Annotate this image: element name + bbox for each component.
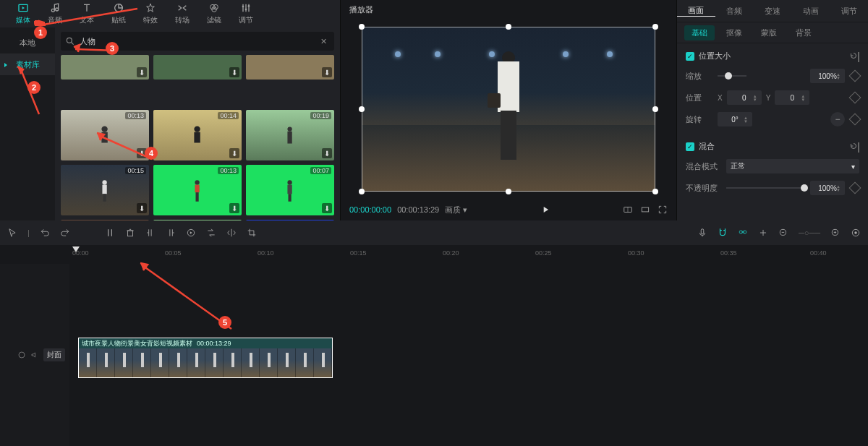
resize-handle[interactable]: [359, 106, 365, 112]
media-thumb[interactable]: ⬇: [246, 55, 334, 80]
tab-video[interactable]: 画面: [677, 5, 715, 17]
media-thumb[interactable]: 00:13⬇: [153, 165, 242, 215]
reset-icon[interactable]: [849, 142, 858, 150]
link-icon[interactable]: [738, 227, 748, 237]
media-thumb[interactable]: 00:19⬇: [246, 110, 334, 160]
pos-x-value[interactable]: 0▲▼: [727, 90, 762, 105]
person-icon: [263, 175, 316, 205]
subtab-bg[interactable]: 背景: [788, 25, 819, 40]
scale-slider[interactable]: [718, 75, 746, 77]
media-thumb[interactable]: ⬇: [61, 55, 149, 80]
reverse-icon[interactable]: [206, 228, 216, 238]
media-thumb[interactable]: 00:12⬇: [61, 220, 149, 220]
blend-mode-select[interactable]: 正常▾: [726, 159, 859, 173]
scale-value[interactable]: 100%▲▼: [810, 69, 845, 83]
keyframe-icon[interactable]: [849, 182, 861, 194]
keyframe-icon[interactable]: [858, 142, 859, 153]
splitright-icon[interactable]: [166, 228, 176, 238]
ratio-icon[interactable]: [640, 205, 650, 215]
zoom-in-icon[interactable]: [830, 228, 841, 238]
fullscreen-icon[interactable]: [658, 205, 668, 215]
subtab-mask[interactable]: 蒙版: [754, 25, 784, 40]
sidebar-local[interactable]: 本地: [0, 32, 55, 53]
redo-icon[interactable]: [60, 228, 70, 238]
opacity-value[interactable]: 100%▲▼: [810, 181, 845, 195]
media-thumb[interactable]: 00:14⬇: [153, 110, 242, 160]
download-icon[interactable]: ⬇: [229, 148, 239, 158]
zoom-out-icon[interactable]: [778, 228, 788, 238]
splitleft-icon[interactable]: [145, 228, 156, 238]
clear-search-button[interactable]: ✕: [318, 37, 330, 46]
media-thumb-selected[interactable]: 00:15⬇: [61, 165, 149, 215]
resize-handle[interactable]: [506, 24, 511, 30]
undo-icon[interactable]: [40, 228, 50, 238]
svg-point-55: [19, 352, 25, 358]
media-thumb[interactable]: 00:07⬇: [246, 165, 334, 215]
preview-toggle-icon[interactable]: [758, 228, 768, 238]
resize-handle[interactable]: [652, 24, 658, 30]
svg-rect-22: [288, 132, 292, 144]
tab-adjust-prop[interactable]: 调节: [830, 6, 868, 17]
resize-handle[interactable]: [652, 106, 658, 112]
checkbox-icon[interactable]: [686, 52, 694, 61]
opacity-slider[interactable]: [726, 187, 804, 189]
download-icon[interactable]: ⬇: [137, 203, 147, 213]
rotate-value[interactable]: 0°▲▼: [718, 112, 752, 126]
track-cover-button[interactable]: 封面: [43, 348, 65, 361]
mic-icon[interactable]: [697, 228, 707, 238]
tab-anim[interactable]: 动画: [791, 6, 830, 17]
crop-icon[interactable]: [247, 228, 257, 238]
clip-duration: 00:00:13:29: [197, 340, 231, 347]
resize-handle[interactable]: [359, 189, 365, 194]
checkbox-icon[interactable]: [686, 142, 694, 151]
delete-icon[interactable]: [125, 228, 135, 238]
keyframe-icon[interactable]: [849, 92, 861, 104]
split-icon[interactable]: [105, 228, 115, 238]
person-icon: [171, 175, 224, 205]
svg-point-12: [242, 6, 244, 8]
resize-handle[interactable]: [359, 24, 365, 30]
media-thumb[interactable]: 00:09⬇: [246, 220, 334, 220]
download-icon[interactable]: ⬇: [322, 67, 332, 77]
svg-rect-28: [196, 192, 199, 202]
media-thumb[interactable]: 00:14⬇: [153, 220, 242, 220]
resize-handle[interactable]: [652, 189, 658, 194]
quality-selector[interactable]: 画质 ▾: [445, 205, 467, 215]
download-icon[interactable]: ⬇: [137, 67, 147, 77]
total-time: 00:00:13:29: [397, 205, 439, 214]
tab-speed[interactable]: 变速: [754, 6, 792, 17]
video-clip[interactable]: 城市夜景人物街景美女背影短视频素材 00:00:13:29: [78, 338, 333, 378]
select-tool-icon[interactable]: [7, 228, 17, 238]
zoom-fit-icon[interactable]: [851, 228, 861, 238]
download-icon[interactable]: ⬇: [322, 148, 332, 158]
properties-panel: 画面 音频 变速 动画 调节 基础 抠像 蒙版 背景 位置大小 缩放: [677, 0, 868, 220]
rotate-btn[interactable]: −: [830, 112, 845, 126]
keyframe-icon[interactable]: [858, 52, 859, 62]
freeze-icon[interactable]: [186, 228, 196, 238]
svg-rect-24: [103, 185, 107, 194]
tab-adjust[interactable]: 调节: [233, 1, 259, 27]
compare-icon[interactable]: [623, 205, 633, 215]
resize-handle[interactable]: [506, 189, 511, 194]
download-icon[interactable]: ⬇: [229, 203, 239, 213]
download-icon[interactable]: ⬇: [229, 67, 239, 77]
property-subtabs: 基础 抠像 蒙版 背景: [677, 22, 868, 43]
track-header: 封面: [0, 264, 69, 446]
keyframe-icon[interactable]: [849, 70, 861, 82]
tab-transition[interactable]: 转场: [169, 1, 195, 27]
keyframe-icon[interactable]: [849, 113, 861, 126]
tab-audio-prop[interactable]: 音频: [715, 6, 754, 17]
pos-y-value[interactable]: 0▲▼: [775, 90, 809, 105]
mirror-icon[interactable]: [226, 228, 237, 238]
mute-track-icon[interactable]: [30, 351, 39, 359]
tab-filter[interactable]: 滤镜: [201, 1, 227, 27]
video-preview[interactable]: [362, 27, 655, 192]
hide-track-icon[interactable]: [17, 351, 26, 359]
subtab-basic[interactable]: 基础: [684, 25, 715, 40]
play-button[interactable]: [473, 205, 617, 215]
download-icon[interactable]: ⬇: [322, 203, 332, 213]
media-thumb[interactable]: ⬇: [153, 55, 242, 80]
magnet-main-icon[interactable]: [718, 227, 728, 237]
reset-icon[interactable]: [849, 51, 858, 60]
subtab-cutout[interactable]: 抠像: [719, 25, 749, 40]
